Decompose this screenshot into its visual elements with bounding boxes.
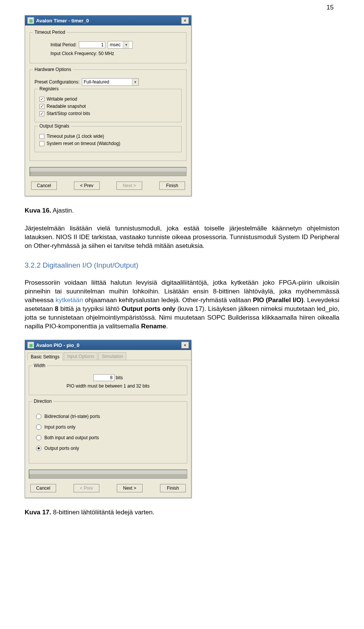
radio-label: Output ports only (44, 446, 79, 451)
link-text: kytketään (55, 296, 83, 304)
combo-value: Full-featured (82, 79, 111, 85)
section-heading: 3.2.2 Digitaalinen I/O (Input/Output) (25, 261, 339, 270)
paragraph-1: Järjestelmään lisätään vielä tunnistusmo… (25, 224, 339, 251)
bold-text: Rename (141, 323, 166, 330)
app-icon: ▧ (27, 17, 34, 24)
tab-basic-settings[interactable]: Basic Settings (27, 353, 63, 360)
bold-text: Output ports only (121, 305, 176, 312)
next-button[interactable]: Next > (117, 484, 143, 492)
output-signals-group: Output Signals Timeout pulse (1 clock wi… (35, 126, 182, 152)
initial-period-input[interactable] (79, 41, 105, 48)
group-legend: Direction (32, 399, 53, 404)
caption-text: Ajastin. (53, 207, 74, 214)
caption-prefix: Kuva 16. (25, 207, 51, 214)
width-unit: bits (116, 375, 123, 380)
direction-group: Direction Bidirectional (tri-state) port… (29, 401, 187, 463)
prev-button[interactable]: < Prev (74, 181, 100, 190)
text: ohjaamaan kehitysalustan ledejä. Other-r… (83, 296, 253, 304)
checkbox-label: Timeout pulse (1 clock wide) (47, 134, 104, 139)
avalon-timer-dialog: ▧ Avalon Timer - timer_0 × Timeout Perio… (25, 15, 191, 196)
checkbox-startstop[interactable]: ✓ (39, 111, 44, 116)
dialog-title: Avalon PIO - pio_0 (36, 342, 79, 348)
hardware-options-group: Hardware Options Preset Configurations: … (30, 69, 187, 161)
caption-text: 8-bittinen lähtöliitäntä ledejä varten. (53, 509, 154, 516)
period-unit-combo[interactable]: msec ▼ (108, 41, 133, 49)
width-group: Width bits PIO width must be between 1 a… (29, 366, 187, 395)
preset-label: Preset Configurations: (35, 79, 80, 85)
group-legend: Output Signals (38, 123, 71, 129)
radio-label: Input ports only (44, 424, 75, 430)
radio-output-only[interactable] (36, 446, 41, 451)
checkbox-timeout-pulse[interactable] (39, 134, 44, 139)
titlebar: ▧ Avalon PIO - pio_0 × (25, 340, 191, 350)
prev-button[interactable]: < Prev (74, 484, 99, 492)
cancel-button[interactable]: Cancel (30, 484, 56, 492)
combo-value: msec (108, 42, 123, 47)
radio-both[interactable] (36, 435, 41, 440)
radio-label: Both input and output ports (44, 435, 99, 440)
initial-period-label: Initial Period: (50, 42, 77, 47)
app-icon: ▧ (27, 342, 34, 348)
tab-simulation[interactable]: Simulation (98, 352, 126, 360)
text: . (166, 323, 168, 330)
checkbox-watchdog[interactable] (39, 141, 44, 146)
timeout-period-group: Timeout Period Initial Period: msec ▼ In… (30, 32, 187, 63)
cancel-button[interactable]: Cancel (31, 181, 57, 190)
radio-input-only[interactable] (36, 424, 41, 430)
next-button[interactable]: Next > (116, 181, 142, 190)
preset-combo[interactable]: Full-featured ▼ (82, 78, 139, 86)
checkbox-label: Start/Stop control bits (47, 111, 90, 116)
group-legend: Registers (38, 86, 60, 91)
checkbox-label: Writable period (47, 96, 77, 102)
progress-bar (29, 470, 187, 479)
bold-text: 8 (55, 305, 58, 312)
text: bittiä ja tyypiksi lähtö (58, 305, 121, 312)
group-legend: Width (32, 363, 47, 368)
finish-button[interactable]: Finish (159, 181, 185, 190)
radio-label: Bidirectional (tri-state) ports (44, 414, 100, 419)
checkbox-writable[interactable]: ✓ (39, 97, 44, 102)
tab-bar: Basic Settings Input Options Simulation (27, 352, 191, 360)
registers-group: Registers ✓ Writable period ✓ Readable s… (35, 89, 182, 122)
avalon-pio-dialog: ▧ Avalon PIO - pio_0 × Basic Settings In… (25, 340, 191, 498)
width-input[interactable] (93, 374, 115, 381)
radio-bidirectional[interactable] (36, 414, 41, 419)
group-legend: Timeout Period (33, 30, 67, 35)
checkbox-readable[interactable]: ✓ (39, 104, 44, 109)
figure-16-caption: Kuva 16. Ajastin. (25, 207, 339, 214)
clock-frequency-label: Input Clock Frequency: 50 MHz (50, 51, 114, 56)
close-icon[interactable]: × (181, 342, 189, 348)
checkbox-label: System reset on timeout (Watchdog) (47, 141, 120, 146)
width-hint: PIO width must be between 1 and 32 bits (34, 383, 182, 389)
tab-input-options[interactable]: Input Options (64, 352, 97, 360)
finish-button[interactable]: Finish (160, 484, 186, 492)
page-number: 15 (0, 0, 364, 11)
paragraph-2: Prosessoriin voidaan liittää halutun lev… (25, 279, 339, 331)
chevron-down-icon[interactable]: ▼ (132, 79, 138, 85)
figure-17-caption: Kuva 17. 8-bittinen lähtöliitäntä ledejä… (25, 509, 339, 516)
group-legend: Hardware Options (33, 67, 73, 72)
close-icon[interactable]: × (181, 17, 189, 24)
chevron-down-icon[interactable]: ▼ (123, 41, 129, 48)
titlebar: ▧ Avalon Timer - timer_0 × (25, 16, 191, 25)
dialog-title: Avalon Timer - timer_0 (36, 18, 89, 24)
caption-prefix: Kuva 17. (25, 509, 51, 516)
progress-bar (30, 167, 187, 176)
page-content: ▧ Avalon Timer - timer_0 × Timeout Perio… (0, 11, 364, 534)
bold-text: PIO (Parallel I/O) (253, 296, 303, 304)
checkbox-label: Readable snapshot (47, 104, 86, 109)
